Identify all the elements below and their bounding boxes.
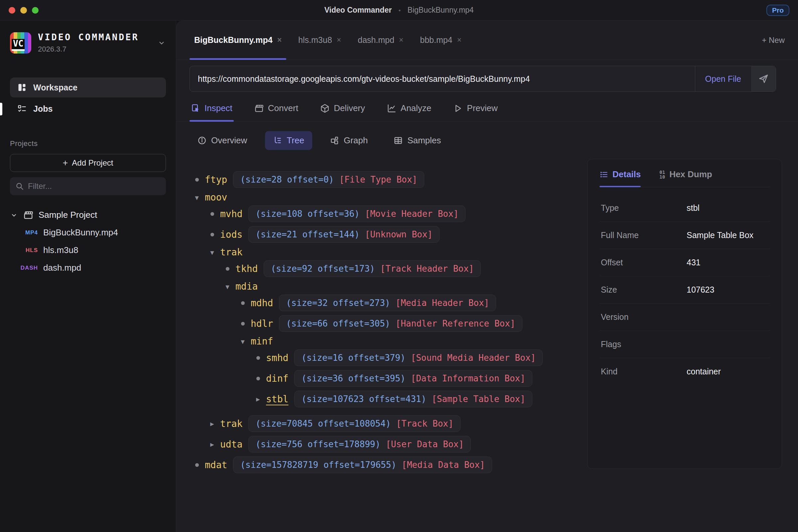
filter-input-wrapper[interactable]: [10, 177, 166, 195]
view-tab-tree[interactable]: Tree: [265, 131, 312, 150]
box-name[interactable]: mdat: [205, 459, 227, 471]
tab-details[interactable]: Details: [600, 169, 641, 187]
box-name[interactable]: hdlr: [251, 318, 273, 329]
tab-label: Details: [612, 169, 641, 179]
minimize-window-button[interactable]: [20, 7, 27, 14]
bullet-icon: [252, 356, 264, 360]
chevron-down-icon[interactable]: [157, 39, 166, 47]
collapsed-triangle-icon[interactable]: ▶: [252, 395, 264, 403]
tab-convert[interactable]: Convert: [253, 100, 300, 121]
tree-view-icon: [273, 136, 282, 145]
bullet-icon: [237, 301, 249, 305]
brand-header[interactable]: VC VIDEO COMMANDER 2026.3.7: [10, 32, 166, 54]
doc-tab-label: dash.mpd: [358, 35, 394, 45]
open-file-button[interactable]: Open File: [695, 66, 751, 92]
view-tab-graph[interactable]: Graph: [322, 131, 376, 150]
chevron-down-icon[interactable]: [10, 211, 18, 219]
app-name: VIDEO COMMANDER: [38, 32, 139, 42]
close-icon[interactable]: ×: [277, 36, 282, 44]
close-window-button[interactable]: [8, 7, 15, 14]
titlebar: Video Commander • BigBuckBunny.mp4 Pro: [0, 0, 798, 21]
box-name[interactable]: dinf: [266, 373, 288, 384]
expanded-triangle-icon[interactable]: ▼: [237, 338, 249, 345]
tab-inspect[interactable]: Inspect: [190, 100, 234, 121]
info-icon: [197, 136, 207, 145]
bullet-icon: [191, 178, 203, 182]
project-name: Sample Project: [39, 210, 97, 220]
collapsed-triangle-icon[interactable]: ▶: [206, 420, 218, 427]
bullet-icon: [222, 267, 233, 271]
project-file-bigbuckbunny[interactable]: MP4 BigBuckBunny.mp4: [10, 227, 166, 238]
view-tab-samples[interactable]: Samples: [386, 131, 449, 150]
format-badge-dash: DASH: [10, 265, 38, 271]
box-info-pill: (size=107623 offset=431)[Sample Table Bo…: [294, 391, 532, 407]
project-file-dash[interactable]: DASH dash.mpd: [10, 263, 166, 273]
expanded-triangle-icon[interactable]: ▼: [191, 194, 203, 201]
doc-tab-dash[interactable]: dash.mpd ×: [353, 21, 408, 59]
layout-icon: [17, 83, 26, 92]
tab-hex-dump[interactable]: 0110 Hex Dump: [659, 169, 712, 187]
box-name[interactable]: smhd: [266, 353, 288, 363]
doc-tab-hls[interactable]: hls.m3u8 ×: [293, 21, 346, 59]
box-name[interactable]: minf: [251, 336, 273, 347]
box-name[interactable]: moov: [205, 192, 227, 203]
expanded-triangle-icon[interactable]: ▼: [206, 249, 218, 256]
list-icon: [600, 170, 608, 179]
doc-tab-bigbuckbunny[interactable]: BigBuckBunny.mp4 ×: [190, 21, 286, 59]
close-icon[interactable]: ×: [337, 36, 341, 44]
box-name[interactable]: ftyp: [205, 174, 227, 185]
add-project-button[interactable]: + Add Project: [10, 154, 166, 172]
expanded-triangle-icon[interactable]: ▼: [222, 283, 233, 290]
box-name[interactable]: tkhd: [235, 263, 258, 274]
url-input[interactable]: [190, 66, 695, 92]
filter-input[interactable]: [28, 182, 160, 191]
window-title-separator: •: [399, 7, 401, 14]
box-name[interactable]: iods: [220, 229, 242, 240]
box-name[interactable]: mdia: [235, 281, 258, 292]
load-url-button[interactable]: [751, 66, 776, 92]
close-icon[interactable]: ×: [399, 36, 403, 44]
view-tab-overview[interactable]: Overview: [190, 131, 255, 150]
doc-tab-bbb[interactable]: bbb.mp4 ×: [415, 21, 466, 59]
box-name[interactable]: udta: [220, 439, 242, 450]
tab-preview[interactable]: Preview: [452, 100, 499, 121]
tab-delivery[interactable]: Delivery: [319, 100, 366, 121]
feature-tabs: Inspect Convert Delivery Analyze Preview: [176, 100, 798, 122]
new-tab-button[interactable]: + New: [762, 36, 785, 45]
collapsed-triangle-icon[interactable]: ▶: [206, 440, 218, 448]
bullet-icon: [252, 377, 264, 380]
box-info-pill: (size=32 offset=273)[Media Header Box]: [279, 294, 496, 311]
detail-label: Size: [601, 285, 687, 294]
sidebar-item-jobs[interactable]: Jobs: [10, 99, 166, 118]
box-name[interactable]: trak: [220, 247, 242, 258]
box-info-pill: (size=756 offset=178899)[User Data Box]: [248, 436, 471, 453]
box-name[interactable]: trak: [220, 418, 242, 429]
detail-row-kind: Kind container: [600, 358, 770, 385]
file-name: hls.m3u8: [43, 245, 78, 255]
project-file-hls[interactable]: HLS hls.m3u8: [10, 245, 166, 255]
doc-tab-label: hls.m3u8: [298, 35, 332, 45]
detail-value: stbl: [687, 203, 700, 213]
detail-label: Version: [601, 312, 687, 322]
package-icon: [320, 104, 329, 113]
details-panel: Details 0110 Hex Dump Type stbl Full Nam…: [587, 159, 782, 469]
window-title-document: BigBuckBunny.mp4: [407, 6, 474, 14]
app-logo: VC: [10, 32, 31, 54]
sidebar: VC VIDEO COMMANDER 2026.3.7 Workspace Jo…: [0, 21, 176, 532]
box-name[interactable]: mdhd: [251, 298, 273, 308]
box-name[interactable]: mvhd: [220, 208, 242, 220]
main-panel: BigBuckBunny.mp4 × hls.m3u8 × dash.mpd ×…: [176, 21, 798, 532]
project-node[interactable]: Sample Project: [10, 210, 166, 220]
detail-value: 107623: [687, 285, 714, 294]
sidebar-item-workspace[interactable]: Workspace: [10, 77, 166, 97]
pro-badge: Pro: [766, 5, 790, 16]
zoom-window-button[interactable]: [32, 7, 39, 14]
view-tab-label: Overview: [211, 135, 247, 146]
close-icon[interactable]: ×: [457, 36, 461, 44]
window-controls[interactable]: [8, 7, 39, 14]
tab-analyze[interactable]: Analyze: [386, 100, 433, 121]
active-nav-indicator: [0, 103, 2, 115]
url-bar: Open File: [190, 66, 776, 92]
box-name-selected[interactable]: stbl: [266, 394, 288, 405]
box-info-pill: (size=28 offset=0)[File Type Box]: [233, 171, 424, 188]
